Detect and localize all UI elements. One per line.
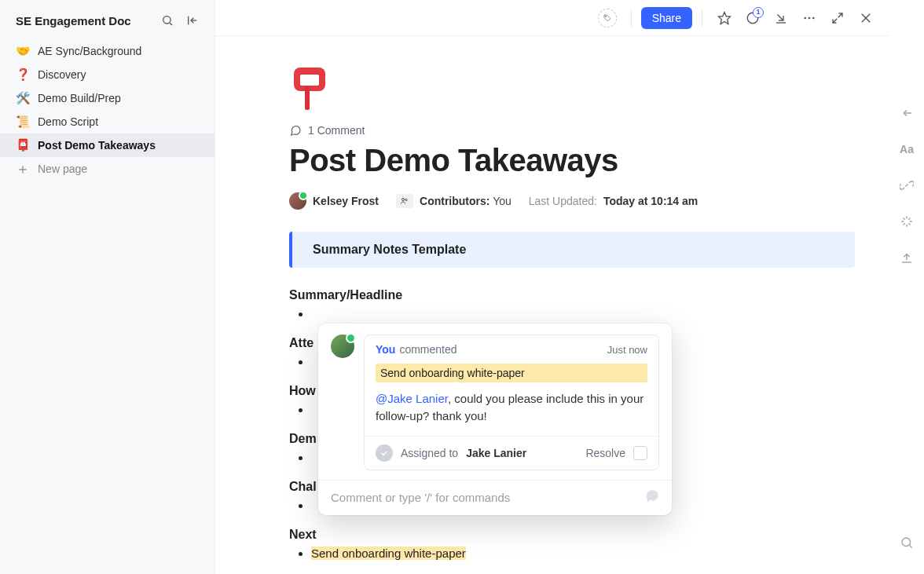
sidebar-item-label: Discovery xyxy=(38,68,86,81)
comment-timestamp: Just now xyxy=(607,344,647,356)
sidebar-item-ae-sync[interactable]: 🤝 AE Sync/Background xyxy=(0,39,214,63)
more-button[interactable] xyxy=(797,5,822,31)
sidebar-item-label: AE Sync/Background xyxy=(38,45,141,57)
contributors-value: You xyxy=(493,195,512,207)
contributors-label: Contributors: xyxy=(420,195,490,207)
comment-card: You commented Just now Send onboarding w… xyxy=(364,335,659,470)
send-comment-icon[interactable] xyxy=(644,490,661,506)
sidebar-item-label: Demo Build/Prep xyxy=(38,92,121,104)
divider xyxy=(631,9,632,27)
mailbox-icon: 📮 xyxy=(16,138,30,152)
avatar xyxy=(331,335,354,358)
close-button[interactable] xyxy=(853,5,878,31)
sidebar-header: SE Engagement Doc xyxy=(0,0,214,35)
comment-quote: Send onboarding white-paper xyxy=(376,364,647,382)
callout-template[interactable]: Summary Notes Template xyxy=(289,232,855,268)
owner-chip[interactable]: Kelsey Frost xyxy=(289,192,379,210)
svg-line-23 xyxy=(909,545,911,547)
svg-point-17 xyxy=(405,199,408,201)
scroll-icon: 📜 xyxy=(16,115,30,129)
sidebar-item-label: Demo Script xyxy=(38,115,98,128)
avatar xyxy=(289,192,306,210)
highlighted-text: Send onboarding white-paper xyxy=(311,547,466,560)
sidebar-item-label: New page xyxy=(38,163,87,175)
divider xyxy=(702,9,702,27)
comment-count[interactable]: 1 Comment xyxy=(289,124,855,137)
link-icon[interactable] xyxy=(896,174,918,196)
svg-line-1 xyxy=(170,23,172,25)
sidebar-new-page[interactable]: ＋ New page xyxy=(0,157,214,181)
sidebar: SE Engagement Doc 🤝 AE Sync/Background ❓… xyxy=(0,0,215,574)
section-next[interactable]: Next Send onboarding white-paper xyxy=(289,528,855,561)
assigned-name: Jake Lanier xyxy=(466,447,526,459)
assigned-to-label: Assigned to xyxy=(401,447,458,459)
sidebar-item-post-demo[interactable]: 📮 Post Demo Takeaways xyxy=(0,133,214,157)
section-heading: Next xyxy=(289,528,855,542)
mention[interactable]: @Jake Lanier xyxy=(376,392,448,405)
tools-icon: 🛠️ xyxy=(16,91,30,105)
meta-row: Kelsey Frost Contributors: You xyxy=(289,192,855,210)
notifications-button[interactable]: 1 xyxy=(740,5,765,31)
notifications-badge: 1 xyxy=(753,7,764,18)
section-summary[interactable]: Summary/Headline xyxy=(289,288,855,322)
comment-author: You xyxy=(376,343,395,356)
topbar: Share 1 xyxy=(215,0,889,36)
svg-point-11 xyxy=(812,16,815,19)
last-updated-label: Last Updated: xyxy=(529,195,597,207)
right-rail: Aa xyxy=(889,0,924,574)
comment-input[interactable] xyxy=(329,490,634,505)
mailbox-icon xyxy=(291,68,328,112)
indent-icon[interactable] xyxy=(896,102,918,124)
list-item[interactable]: Send onboarding white-paper xyxy=(311,545,855,561)
check-circle-icon[interactable] xyxy=(376,444,393,462)
workspace-title: SE Engagement Doc xyxy=(16,14,152,27)
favorite-button[interactable] xyxy=(712,5,737,31)
page-title[interactable]: Post Demo Takeaways xyxy=(289,143,855,178)
share-button[interactable]: Share xyxy=(641,7,692,29)
svg-line-12 xyxy=(838,13,842,17)
search-icon[interactable] xyxy=(158,11,177,30)
typography-icon[interactable]: Aa xyxy=(896,138,918,160)
svg-line-7 xyxy=(778,14,784,20)
plus-icon: ＋ xyxy=(16,162,30,176)
last-updated-value: Today at 10:14 am xyxy=(603,195,698,207)
upload-icon[interactable] xyxy=(896,247,918,269)
tag-button[interactable] xyxy=(598,9,617,27)
svg-point-0 xyxy=(163,16,170,24)
people-icon xyxy=(396,194,413,208)
svg-point-4 xyxy=(605,16,607,17)
sidebar-item-label: Post Demo Takeaways xyxy=(38,139,156,152)
sidebar-item-demo-script[interactable]: 📜 Demo Script xyxy=(0,110,214,133)
sparkle-icon[interactable] xyxy=(896,210,918,232)
svg-line-13 xyxy=(833,18,837,22)
comment-assign-row: Assigned to Jake Lanier Resolve xyxy=(365,436,658,470)
expand-button[interactable] xyxy=(825,5,850,31)
handshake-icon: 🤝 xyxy=(16,44,30,58)
contributors-chip[interactable]: Contributors: You xyxy=(396,194,512,208)
comment-action: commented xyxy=(399,343,456,356)
svg-point-9 xyxy=(804,16,806,19)
svg-point-10 xyxy=(808,16,811,19)
download-button[interactable] xyxy=(768,5,794,31)
search-page-icon[interactable] xyxy=(896,543,918,574)
sidebar-nav: 🤝 AE Sync/Background ❓ Discovery 🛠️ Demo… xyxy=(0,35,214,185)
sidebar-item-demo-build[interactable]: 🛠️ Demo Build/Prep xyxy=(0,86,214,110)
comment-popover: You commented Just now Send onboarding w… xyxy=(318,324,672,515)
comment-icon xyxy=(289,124,302,137)
question-icon: ❓ xyxy=(16,68,30,82)
page-emoji[interactable] xyxy=(289,68,330,112)
comment-count-label: 1 Comment xyxy=(308,124,365,137)
owner-name: Kelsey Frost xyxy=(313,195,379,207)
resolve-checkbox[interactable] xyxy=(633,446,647,460)
sidebar-item-discovery[interactable]: ❓ Discovery xyxy=(0,63,214,86)
resolve-button[interactable]: Resolve xyxy=(585,447,625,459)
last-updated: Last Updated: Today at 10:14 am xyxy=(529,195,698,207)
svg-point-22 xyxy=(902,538,911,547)
section-heading: Summary/Headline xyxy=(289,288,855,302)
comment-message: @Jake Lanier, could you please include t… xyxy=(365,390,658,436)
comment-input-row xyxy=(318,480,672,515)
list-item[interactable] xyxy=(311,305,855,322)
svg-marker-5 xyxy=(719,12,731,24)
collapse-sidebar-icon[interactable] xyxy=(183,11,202,30)
callout-text: Summary Notes Template xyxy=(313,243,466,256)
